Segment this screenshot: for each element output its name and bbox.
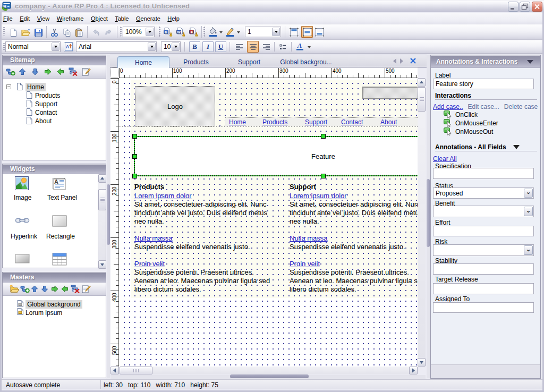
svg-text:A: A <box>54 178 58 185</box>
svg-text:■: ■ <box>190 30 192 34</box>
svg-text:!: ! <box>170 33 171 36</box>
svg-text:h: h <box>165 30 167 34</box>
svg-text:A: A <box>297 41 302 49</box>
svg-text:W: W <box>177 30 181 34</box>
svg-text:A: A <box>65 44 69 49</box>
svg-text:!: ! <box>183 33 184 36</box>
svg-text:!: ! <box>196 33 197 36</box>
